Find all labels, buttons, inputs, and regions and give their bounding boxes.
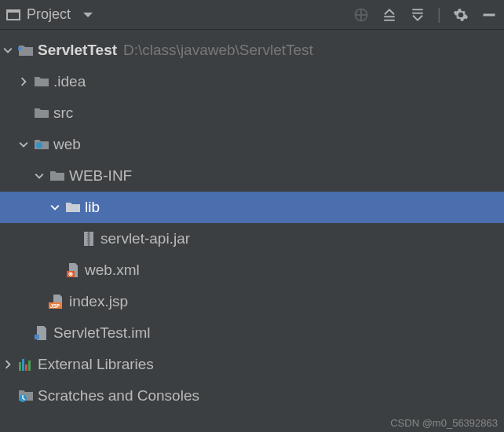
hide-icon[interactable] [480, 6, 498, 24]
svg-point-9 [36, 142, 42, 148]
toolbar-divider: | [437, 5, 441, 24]
node-label: Scratches and Consoles [38, 387, 199, 405]
folder-icon [31, 105, 52, 121]
xml-file-icon [63, 262, 83, 278]
arrow-placeholder [31, 294, 47, 309]
folder-icon [47, 168, 68, 184]
svg-rect-23 [35, 335, 39, 339]
chevron-down-icon[interactable] [16, 137, 31, 152]
svg-rect-13 [87, 236, 90, 236]
svg-rect-15 [87, 240, 90, 241]
folder-icon [31, 74, 52, 90]
svg-rect-7 [484, 13, 495, 16]
collapse-all-icon[interactable] [409, 6, 426, 24]
module-folder-icon [16, 42, 36, 58]
arrow-placeholder [47, 262, 63, 278]
tree-row-webxml[interactable]: web.xml [0, 254, 504, 286]
svg-rect-25 [22, 359, 24, 371]
tree-row-web[interactable]: web [0, 129, 504, 160]
iml-file-icon [31, 325, 52, 341]
svg-rect-8 [18, 47, 21, 50]
jsp-file-icon: JSP [47, 294, 68, 309]
select-opened-file-icon[interactable] [352, 6, 370, 24]
node-label: index.jsp [69, 293, 128, 310]
node-label: src [53, 104, 73, 122]
node-path-hint: D:\class\javaweb\ServletTest [123, 42, 313, 59]
svg-rect-16 [87, 243, 90, 243]
web-folder-icon [31, 137, 52, 152]
node-label: ServletTest.iml [53, 324, 151, 342]
node-label: External Libraries [38, 356, 154, 373]
panel-title: Project [27, 6, 71, 23]
svg-rect-26 [25, 364, 27, 371]
tree-row-iml[interactable]: ServletTest.iml [0, 317, 504, 349]
node-label: lib [85, 199, 100, 216]
jar-file-icon [79, 231, 99, 247]
tree-row-jar[interactable]: servlet-api.jar [0, 223, 504, 254]
node-label: .idea [53, 73, 86, 90]
tree-row-external-libraries[interactable]: External Libraries [0, 349, 504, 380]
node-label: WEB-INF [69, 167, 132, 185]
project-toolbar: Project | [0, 0, 504, 30]
chevron-down-icon[interactable] [47, 200, 63, 215]
svg-rect-27 [28, 361, 31, 371]
arrow-placeholder [16, 325, 31, 341]
node-label: web [53, 136, 81, 153]
arrow-placeholder [0, 388, 16, 404]
chevron-down-icon[interactable] [0, 42, 16, 58]
view-dropdown-icon[interactable] [83, 13, 93, 17]
tree-row-webinf[interactable]: WEB-INF [0, 160, 504, 192]
chevron-right-icon[interactable] [0, 357, 16, 372]
arrow-placeholder [16, 105, 31, 121]
expand-all-icon[interactable] [381, 6, 398, 24]
node-label: ServletTest [38, 42, 117, 59]
chevron-down-icon[interactable] [31, 168, 47, 184]
project-tree[interactable]: ServletTest D:\class\javaweb\ServletTest… [0, 30, 504, 412]
toolbar-right: | [352, 5, 498, 24]
toolbar-left: Project [6, 6, 93, 23]
panel-icon [6, 9, 20, 20]
tree-row-project-root[interactable]: ServletTest D:\class\javaweb\ServletTest [0, 35, 504, 66]
svg-rect-14 [87, 238, 90, 239]
tree-row-indexjsp[interactable]: JSP index.jsp [0, 286, 504, 317]
folder-icon [63, 200, 83, 215]
chevron-right-icon[interactable] [16, 74, 31, 90]
svg-text:JSP: JSP [50, 303, 60, 309]
libraries-icon [16, 357, 36, 372]
node-label: web.xml [85, 262, 140, 279]
gear-icon[interactable] [452, 6, 469, 24]
scratches-icon [16, 388, 36, 404]
tree-row-scratches[interactable]: Scratches and Consoles [0, 380, 504, 412]
arrow-placeholder [63, 231, 79, 247]
tree-row-idea[interactable]: .idea [0, 66, 504, 97]
svg-rect-24 [19, 362, 21, 371]
tree-row-lib[interactable]: lib [0, 192, 504, 223]
node-label: servlet-api.jar [100, 230, 190, 247]
watermark: CSDN @m0_56392863 [390, 417, 498, 429]
svg-rect-12 [87, 233, 90, 234]
tree-row-src[interactable]: src [0, 97, 504, 129]
